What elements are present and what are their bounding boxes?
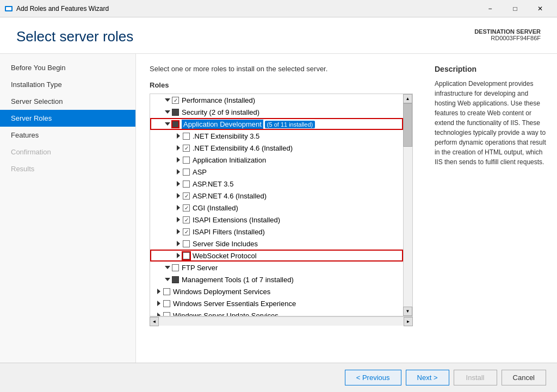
expand-button[interactable] [174, 239, 183, 248]
checkbox[interactable] [183, 240, 190, 247]
item-label: FTP Server [182, 264, 218, 272]
tree-item[interactable]: Server Side Includes [150, 238, 403, 250]
expand-button[interactable] [154, 287, 163, 296]
scroll-down-button[interactable]: ▼ [403, 307, 412, 316]
next-button[interactable]: Next > [406, 370, 449, 385]
tree-item[interactable]: Application Development(5 of 11 installe… [150, 118, 403, 130]
checkbox[interactable] [183, 181, 190, 188]
minimize-button[interactable]: − [478, 0, 503, 17]
checkbox[interactable] [172, 109, 179, 116]
sidebar-item-installation-type[interactable]: Installation Type [0, 76, 135, 93]
instruction-text: Select one or more roles to install on t… [150, 65, 413, 73]
sidebar-item-before-you-begin[interactable]: Before You Begin [0, 59, 135, 76]
checkbox[interactable]: ✓ [183, 216, 190, 223]
tree-item[interactable]: ✓ISAPI Extensions (Installed) [150, 214, 403, 226]
item-label: Security (2 of 9 installed) [182, 108, 259, 116]
description-text: Application Development provides infrast… [435, 79, 549, 167]
checkbox[interactable]: ✓ [183, 228, 190, 235]
checkbox[interactable]: ✓ [183, 145, 190, 152]
expand-button[interactable] [163, 120, 172, 128]
main-content: Select one or more roles to install on t… [136, 54, 426, 363]
checkbox[interactable]: ✓ [183, 192, 190, 200]
header: Select server roles DESTINATION SERVER R… [0, 17, 557, 54]
cancel-button[interactable]: Cancel [502, 370, 546, 385]
item-label: Application Initialization [193, 156, 266, 164]
item-label: Windows Server Essentials Experience [173, 300, 296, 308]
item-label: Windows Deployment Services [173, 288, 270, 296]
tree-item[interactable]: FTP Server [150, 262, 403, 273]
expand-button[interactable] [174, 191, 183, 200]
scroll-up-button[interactable]: ▲ [403, 94, 412, 103]
checkbox[interactable]: ✓ [172, 97, 179, 104]
expand-button[interactable] [174, 167, 183, 176]
expand-button[interactable] [174, 227, 183, 236]
install-button[interactable]: Install [454, 370, 497, 385]
expand-button[interactable] [174, 179, 183, 188]
expand-button[interactable] [174, 155, 183, 164]
expand-button[interactable] [163, 263, 172, 272]
expand-button[interactable] [154, 299, 163, 308]
item-label: ASP [193, 168, 207, 176]
close-button[interactable]: ✕ [528, 0, 553, 17]
sidebar-item-features[interactable]: Features [0, 127, 135, 144]
tree-item[interactable]: Windows Deployment Services [150, 285, 403, 297]
tree-item[interactable]: Windows Server Essentials Experience [150, 297, 403, 309]
destination-server: DESTINATION SERVER RD0003FF94F86F [474, 28, 541, 41]
tree-item[interactable]: Security (2 of 9 installed) [150, 106, 403, 118]
h-scrollbar-track [159, 317, 404, 326]
description-title: Description [435, 65, 549, 73]
checkbox[interactable] [172, 121, 179, 128]
checkbox[interactable] [183, 169, 190, 176]
tree-item[interactable]: ✓CGI (Installed) [150, 202, 403, 214]
tree-item[interactable]: ✓.NET Extensibility 4.6 (Installed) [150, 142, 403, 154]
checkbox[interactable] [163, 312, 170, 317]
description-panel: Description Application Development prov… [426, 54, 557, 363]
tree-item[interactable]: Windows Server Update Services [150, 309, 403, 316]
expand-button[interactable] [174, 251, 183, 260]
tree-item[interactable]: ✓Performance (Installed) [150, 94, 403, 106]
checkbox[interactable] [163, 288, 170, 295]
checkbox[interactable]: ✓ [183, 204, 190, 211]
checkbox[interactable] [183, 252, 190, 259]
checkbox[interactable] [183, 157, 190, 164]
roles-container[interactable]: ✓Performance (Installed)Security (2 of 9… [150, 94, 413, 316]
checkbox[interactable] [172, 264, 179, 271]
tree-item[interactable]: ✓ISAPI Filters (Installed) [150, 226, 403, 238]
maximize-button[interactable]: □ [503, 0, 528, 17]
item-label: Server Side Includes [193, 240, 258, 248]
expand-button[interactable] [163, 275, 172, 284]
expand-button[interactable] [154, 311, 163, 316]
checkbox[interactable] [163, 300, 170, 307]
item-label: ISAPI Filters (Installed) [193, 228, 265, 236]
expand-button[interactable] [174, 144, 183, 152]
tree-item[interactable]: .NET Extensibility 3.5 [150, 130, 403, 142]
expand-button[interactable] [174, 132, 183, 140]
item-label: .NET Extensibility 3.5 [193, 132, 259, 140]
tree-item[interactable]: WebSocket Protocol [150, 250, 403, 262]
checkbox[interactable] [183, 133, 190, 140]
sidebar-item-server-selection[interactable]: Server Selection [0, 93, 135, 110]
tree-item[interactable]: ✓ASP.NET 4.6 (Installed) [150, 190, 403, 202]
tree-item[interactable]: Application Initialization [150, 154, 403, 166]
checkbox[interactable] [172, 276, 179, 283]
tree-item[interactable]: ASP.NET 3.5 [150, 178, 403, 190]
tree-item[interactable]: Management Tools (1 of 7 installed) [150, 273, 403, 285]
sidebar-item-server-roles[interactable]: Server Roles [0, 110, 135, 127]
previous-button[interactable]: < Previous [345, 370, 401, 385]
expand-button[interactable] [163, 108, 172, 116]
expand-button[interactable] [174, 203, 183, 212]
scroll-left-button[interactable]: ◄ [150, 317, 159, 326]
window-controls: − □ ✕ [478, 0, 553, 17]
destination-label: DESTINATION SERVER [474, 28, 541, 35]
footer: < Previous Next > Install Cancel [0, 363, 557, 392]
expand-button[interactable] [174, 215, 183, 224]
expand-button[interactable] [163, 96, 172, 104]
scrollbar-thumb[interactable] [403, 103, 412, 147]
content-row: Select one or more roles to install on t… [136, 54, 557, 363]
scroll-right-button[interactable]: ► [404, 317, 413, 326]
item-label: Windows Server Update Services [173, 312, 278, 317]
body: Before You BeginInstallation TypeServer … [0, 54, 557, 363]
sidebar-item-confirmation: Confirmation [0, 144, 135, 160]
item-label: ISAPI Extensions (Installed) [193, 216, 280, 224]
tree-item[interactable]: ASP [150, 166, 403, 178]
